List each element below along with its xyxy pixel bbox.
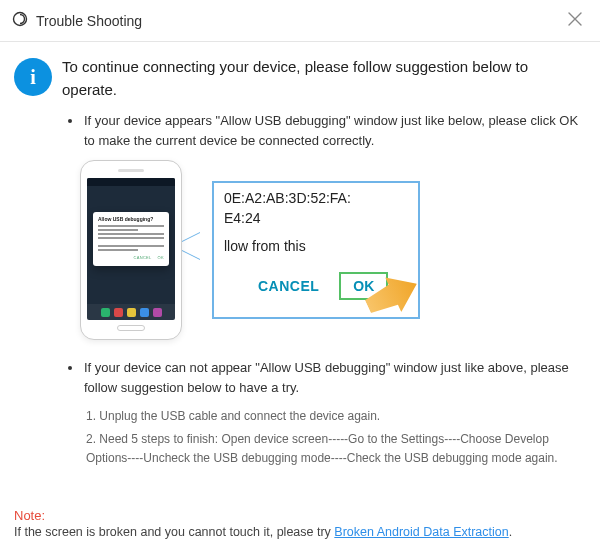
phone-textline [98, 229, 138, 231]
dock-icon [140, 308, 149, 317]
illustration-area: Allow USB debugging? CANCEL OK [62, 160, 584, 340]
zoom-id-line1: 0E:A2:AB:3D:52:FA: [224, 189, 408, 209]
sub-steps: 1. Unplug the USB cable and connect the … [62, 407, 584, 469]
titlebar: Trouble Shooting [0, 0, 600, 42]
zoom-cancel-button: CANCEL [258, 278, 319, 294]
title-left: Trouble Shooting [12, 11, 142, 30]
bullet-2-text: If your device can not appear "Allow USB… [84, 358, 584, 397]
app-icon [12, 11, 28, 30]
phone-screen: Allow USB debugging? CANCEL OK [87, 178, 175, 320]
note-text: If the screen is broken and you cannot t… [14, 525, 586, 539]
content: i To continue connecting your device, pl… [0, 42, 600, 483]
phone-dock [87, 304, 175, 320]
phone-ok: OK [158, 255, 164, 260]
phone-dialog: Allow USB debugging? CANCEL OK [93, 212, 169, 266]
phone-mockup: Allow USB debugging? CANCEL OK [80, 160, 182, 340]
note-after: . [509, 525, 512, 539]
phone-dialog-title: Allow USB debugging? [98, 216, 164, 222]
dock-icon [127, 308, 136, 317]
phone-textline [98, 233, 164, 235]
zoom-id-line2: E4:24 [224, 209, 408, 229]
phone-cancel: CANCEL [134, 255, 152, 260]
note-pretext: If the screen is broken and you cannot t… [14, 525, 334, 539]
dock-icon [153, 308, 162, 317]
zoom-allow-text: llow from this [224, 238, 408, 254]
note-block: Note: If the screen is broken and you ca… [14, 508, 586, 539]
heading-text: To continue connecting your device, plea… [62, 56, 584, 101]
broken-android-link[interactable]: Broken Android Data Extraction [334, 525, 508, 539]
phone-textline [98, 237, 164, 239]
info-icon: i [14, 58, 52, 96]
phone-textline [98, 249, 138, 251]
dock-icon [114, 308, 123, 317]
step-2: 2. Need 5 steps to finish: Open device s… [86, 430, 584, 468]
dock-icon [101, 308, 110, 317]
phone-statusbar [87, 178, 175, 186]
bullet-1-text: If your device appears "Allow USB debugg… [84, 111, 584, 150]
zoom-panel: 0E:A2:AB:3D:52:FA: E4:24 llow from this … [212, 181, 420, 319]
bullet-dot [68, 119, 72, 123]
bullet-dot [68, 366, 72, 370]
phone-textline [98, 245, 164, 247]
main-column: To continue connecting your device, plea… [62, 56, 584, 473]
phone-home-button [117, 325, 145, 331]
phone-speaker [118, 169, 144, 172]
phone-dialog-buttons: CANCEL OK [98, 255, 164, 260]
note-label: Note: [14, 508, 586, 523]
bullet-1: If your device appears "Allow USB debugg… [62, 111, 584, 150]
close-button[interactable] [566, 10, 584, 31]
step-1: 1. Unplug the USB cable and connect the … [86, 407, 584, 426]
phone-textline [98, 225, 164, 227]
bullet-2: If your device can not appear "Allow USB… [62, 358, 584, 397]
window-title: Trouble Shooting [36, 13, 142, 29]
